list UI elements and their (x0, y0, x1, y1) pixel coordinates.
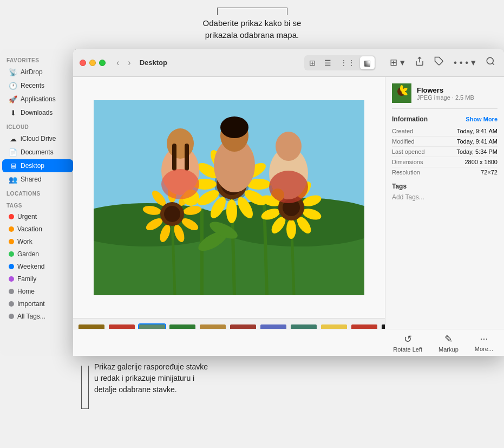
sidebar-item-garden[interactable]: Garden (2, 248, 73, 260)
gallery-main-image[interactable] (73, 77, 385, 318)
sidebar-item-all-tags[interactable]: All Tags... (2, 310, 73, 322)
tag-dot (9, 239, 14, 244)
sidebar-item-icloud-drive[interactable]: ☁iCloud Drive (2, 132, 73, 145)
sidebar-item-important[interactable]: Important (2, 298, 73, 310)
tag-dot (9, 264, 14, 269)
sidebar-item-label: AirDrop (21, 68, 43, 76)
add-tags-field[interactable]: Add Tags... (392, 193, 498, 201)
view-button-list-view[interactable]: ☰ (320, 56, 335, 69)
sidebar-item-downloads[interactable]: ⬇Downloads (2, 106, 73, 119)
back-button[interactable]: ‹ (114, 57, 121, 69)
tags-section: Tags Add Tags... (392, 183, 498, 201)
bottom-btn-label: Rotate Left (393, 346, 422, 353)
svg-point-21 (226, 199, 237, 223)
sidebar-item-documents[interactable]: 📄Documents (2, 146, 73, 159)
annotation-bottom-text: Prikaz galerije raspoređuje stavke u red… (94, 361, 208, 395)
sidebar-item-label: Important (17, 300, 45, 308)
tag-button[interactable] (432, 55, 446, 70)
maximize-button[interactable] (99, 60, 106, 66)
sidebar-section-header: iCloud (0, 120, 75, 132)
titlebar: ‹ › Desktop ⊞☰⋮⋮▦ ⊞ ▾ • • • ▾ (73, 49, 504, 77)
traffic-lights (80, 60, 106, 66)
tag-dot (9, 251, 14, 257)
info-row-label: Modified (392, 138, 415, 145)
minimize-button[interactable] (89, 60, 96, 66)
svg-line-2 (492, 63, 494, 64)
svg-point-45 (286, 219, 296, 239)
share-button[interactable] (413, 55, 427, 70)
bracket-bottom (81, 366, 89, 409)
forward-button[interactable]: › (126, 57, 133, 69)
info-row-value: Today, 9:41 AM (457, 128, 498, 134)
documents-icon: 📄 (9, 148, 17, 157)
annotation-top-text: Odaberite prikaz kako bi se prikazala od… (203, 17, 302, 42)
main-photo-svg (94, 100, 364, 295)
sidebar-item-label: Shared (21, 176, 42, 183)
sidebar-item-desktop[interactable]: 🖥Desktop (2, 159, 73, 172)
search-button[interactable] (483, 55, 498, 70)
sidebar-item-airdrop[interactable]: 📡AirDrop (2, 66, 73, 79)
svg-point-58 (220, 116, 248, 138)
bottom-btn-label: More... (475, 346, 493, 352)
sidebar-item-label: Recents (21, 82, 44, 89)
sidebar-item-shared[interactable]: 👥Shared (2, 173, 73, 186)
bottom-btn-icon: ✎ (444, 333, 453, 345)
tag-dot (9, 276, 14, 282)
svg-rect-54 (172, 144, 176, 171)
info-row-value: 2800 x 1800 (464, 159, 498, 165)
close-button[interactable] (80, 60, 86, 66)
sidebar-item-label: Downloads (21, 109, 53, 116)
sidebar-section-header: Favorites (0, 53, 75, 65)
bottom-btn-icon: ↺ (404, 333, 412, 345)
view-button-gallery-view[interactable]: ▦ (360, 56, 375, 69)
info-row-label: Last opened (392, 148, 425, 155)
sidebar-section-header: Tags (0, 198, 75, 210)
sidebar-item-weekend[interactable]: Weekend (2, 261, 73, 272)
sidebar-item-recents[interactable]: 🕐Recents (2, 79, 73, 92)
content-panel (73, 77, 385, 356)
show-more-link[interactable]: Show More (466, 116, 498, 122)
info-row-resolution: Resolution72×72 (392, 167, 498, 177)
svg-point-39 (164, 206, 180, 222)
more-actions-button[interactable]: • • • ▾ (451, 56, 478, 69)
sidebar-item-family[interactable]: Family (2, 273, 73, 285)
toolbar-right: ⊞ ▾ • • • ▾ (388, 55, 498, 70)
sidebar-item-applications[interactable]: 🚀Applications (2, 93, 73, 106)
sidebar-item-work[interactable]: Work (2, 236, 73, 248)
svg-rect-55 (185, 144, 189, 171)
tags-header: Tags (392, 183, 498, 190)
info-row-value: 72×72 (481, 169, 498, 176)
view-button-column-view[interactable]: ⋮⋮ (336, 56, 359, 69)
info-row-value: Today, 9:41 AM (457, 138, 498, 145)
bottom-btn-more[interactable]: ···More... (475, 333, 493, 352)
annotation-top: Odaberite prikaz kako bi se prikazala od… (0, 0, 504, 49)
information-section-header: Information Show More (392, 115, 498, 123)
sidebar-item-vacation[interactable]: Vacation (2, 223, 73, 235)
file-header: Flowers JPEG image · 2.5 MB (392, 83, 498, 109)
downloads-icon: ⬇ (9, 108, 17, 117)
bracket-top (217, 8, 287, 15)
bottom-btn-markup[interactable]: ✎Markup (438, 333, 459, 353)
info-row-label: Resolution (392, 169, 420, 176)
bottom-btn-rotate-left[interactable]: ↺Rotate Left (393, 333, 422, 353)
view-button-icon-view[interactable]: ⊞ (305, 56, 319, 69)
desktop-icon: 🖥 (9, 161, 17, 170)
sidebar-item-home[interactable]: Home (2, 285, 73, 297)
tag-dot (9, 289, 14, 294)
file-name: Flowers (417, 86, 474, 94)
window-title: Desktop (140, 59, 167, 67)
sidebar-item-label: Urgent (17, 213, 37, 220)
sidebar-item-label: Work (17, 238, 32, 245)
info-row-label: Created (392, 128, 413, 134)
sidebar-item-label: All Tags... (17, 313, 45, 320)
sidebar-section-header: Locations (0, 186, 75, 198)
airdrop-icon: 📡 (9, 68, 17, 76)
sidebar-item-label: Family (17, 275, 36, 283)
group-by-button[interactable]: ⊞ ▾ (388, 56, 407, 69)
view-switcher: ⊞☰⋮⋮▦ (304, 55, 376, 70)
shared-icon: 👥 (9, 175, 17, 184)
info-row-dimensions: Dimensions2800 x 1800 (392, 157, 498, 167)
sidebar-item-urgent[interactable]: Urgent (2, 211, 73, 223)
info-panel: Flowers JPEG image · 2.5 MB Information … (385, 77, 504, 356)
bottom-btn-icon: ··· (480, 333, 488, 345)
